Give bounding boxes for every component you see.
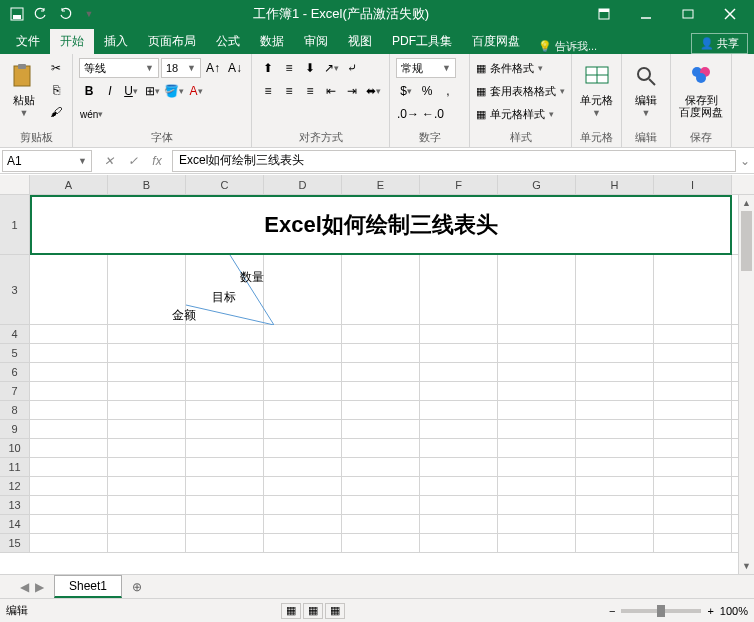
cell[interactable] — [30, 534, 108, 552]
scroll-down-icon[interactable]: ▼ — [739, 558, 754, 574]
cell[interactable] — [108, 534, 186, 552]
row-header-3[interactable]: 3 — [0, 255, 30, 324]
cancel-formula-button[interactable]: ✕ — [98, 150, 120, 172]
cell[interactable] — [342, 325, 420, 343]
close-icon[interactable] — [710, 0, 750, 28]
cell[interactable] — [264, 458, 342, 476]
cell[interactable] — [342, 496, 420, 514]
align-left-button[interactable]: ≡ — [258, 81, 278, 101]
align-right-button[interactable]: ≡ — [300, 81, 320, 101]
redo-icon[interactable] — [56, 5, 74, 23]
cell[interactable] — [264, 477, 342, 495]
format-as-table-button[interactable]: ▦套用表格格式▾ — [476, 81, 565, 101]
tab-page-layout[interactable]: 页面布局 — [138, 29, 206, 54]
comma-button[interactable]: , — [438, 81, 458, 101]
cell[interactable] — [420, 363, 498, 381]
cell[interactable] — [108, 420, 186, 438]
cell[interactable] — [186, 344, 264, 362]
orientation-button[interactable]: ↗▾ — [321, 58, 341, 78]
row-header-6[interactable]: 6 — [0, 363, 30, 381]
cell[interactable] — [342, 439, 420, 457]
row-header-5[interactable]: 5 — [0, 344, 30, 362]
align-middle-button[interactable]: ≡ — [279, 58, 299, 78]
cell[interactable] — [498, 477, 576, 495]
new-sheet-button[interactable]: ⊕ — [126, 576, 148, 598]
cell[interactable] — [654, 401, 732, 419]
cell[interactable] — [264, 363, 342, 381]
cell[interactable] — [654, 255, 732, 325]
cell[interactable] — [576, 496, 654, 514]
cell[interactable] — [30, 420, 108, 438]
cell[interactable] — [576, 255, 654, 325]
cell[interactable] — [30, 255, 108, 325]
zoom-out-button[interactable]: − — [609, 605, 615, 617]
page-layout-view-button[interactable]: ▦ — [303, 603, 323, 619]
increase-font-button[interactable]: A↑ — [203, 58, 223, 78]
cell[interactable] — [264, 420, 342, 438]
cell[interactable] — [264, 496, 342, 514]
row-header-14[interactable]: 14 — [0, 515, 30, 533]
cell[interactable] — [420, 344, 498, 362]
expand-formula-bar-button[interactable]: ⌄ — [736, 154, 754, 168]
cell[interactable] — [576, 439, 654, 457]
fx-button[interactable]: fx — [146, 150, 168, 172]
cell[interactable] — [420, 496, 498, 514]
fill-color-button[interactable]: 🪣▾ — [163, 81, 185, 101]
tell-me-search[interactable]: 💡告诉我... — [538, 39, 597, 54]
cell[interactable] — [576, 325, 654, 343]
format-painter-button[interactable]: 🖌 — [46, 102, 66, 122]
cell[interactable] — [498, 420, 576, 438]
cell[interactable] — [30, 439, 108, 457]
save-baidu-button[interactable]: 保存到 百度网盘 — [677, 58, 725, 120]
scroll-thumb[interactable] — [741, 211, 752, 271]
cell[interactable] — [108, 458, 186, 476]
cut-button[interactable]: ✂ — [46, 58, 66, 78]
cell[interactable] — [498, 496, 576, 514]
cell[interactable] — [264, 344, 342, 362]
cell[interactable] — [108, 363, 186, 381]
col-header-b[interactable]: B — [108, 175, 186, 194]
cell[interactable] — [30, 496, 108, 514]
tab-view[interactable]: 视图 — [338, 29, 382, 54]
zoom-in-button[interactable]: + — [707, 605, 713, 617]
maximize-icon[interactable] — [668, 0, 708, 28]
col-header-g[interactable]: G — [498, 175, 576, 194]
cell[interactable] — [186, 496, 264, 514]
cell[interactable] — [342, 255, 420, 325]
cell[interactable] — [654, 496, 732, 514]
cell[interactable] — [654, 344, 732, 362]
col-header-e[interactable]: E — [342, 175, 420, 194]
zoom-level[interactable]: 100% — [720, 605, 748, 617]
merge-center-button[interactable]: ⬌▾ — [363, 81, 383, 101]
tab-data[interactable]: 数据 — [250, 29, 294, 54]
undo-icon[interactable] — [32, 5, 50, 23]
select-all-corner[interactable] — [0, 175, 30, 194]
cell[interactable] — [342, 515, 420, 533]
cell[interactable] — [576, 477, 654, 495]
cell[interactable] — [186, 515, 264, 533]
cell[interactable] — [342, 344, 420, 362]
cell[interactable] — [576, 344, 654, 362]
bold-button[interactable]: B — [79, 81, 99, 101]
increase-decimal-button[interactable]: .0→ — [396, 104, 420, 124]
cell[interactable] — [108, 401, 186, 419]
page-break-view-button[interactable]: ▦ — [325, 603, 345, 619]
cell[interactable] — [30, 344, 108, 362]
cell[interactable] — [576, 382, 654, 400]
cell[interactable] — [420, 420, 498, 438]
font-name-select[interactable]: 等线▼ — [79, 58, 159, 78]
cell[interactable] — [30, 382, 108, 400]
cell[interactable] — [186, 382, 264, 400]
cell[interactable] — [654, 534, 732, 552]
row-header-9[interactable]: 9 — [0, 420, 30, 438]
cell[interactable] — [108, 477, 186, 495]
scroll-up-icon[interactable]: ▲ — [739, 195, 754, 211]
minimize-icon[interactable] — [626, 0, 666, 28]
row-header-4[interactable]: 4 — [0, 325, 30, 343]
cell[interactable] — [420, 477, 498, 495]
col-header-f[interactable]: F — [420, 175, 498, 194]
cell[interactable] — [342, 534, 420, 552]
share-button[interactable]: 👤共享 — [691, 33, 748, 54]
cell[interactable] — [654, 363, 732, 381]
merged-title-cell[interactable]: Excel如何绘制三线表头 — [30, 195, 732, 255]
